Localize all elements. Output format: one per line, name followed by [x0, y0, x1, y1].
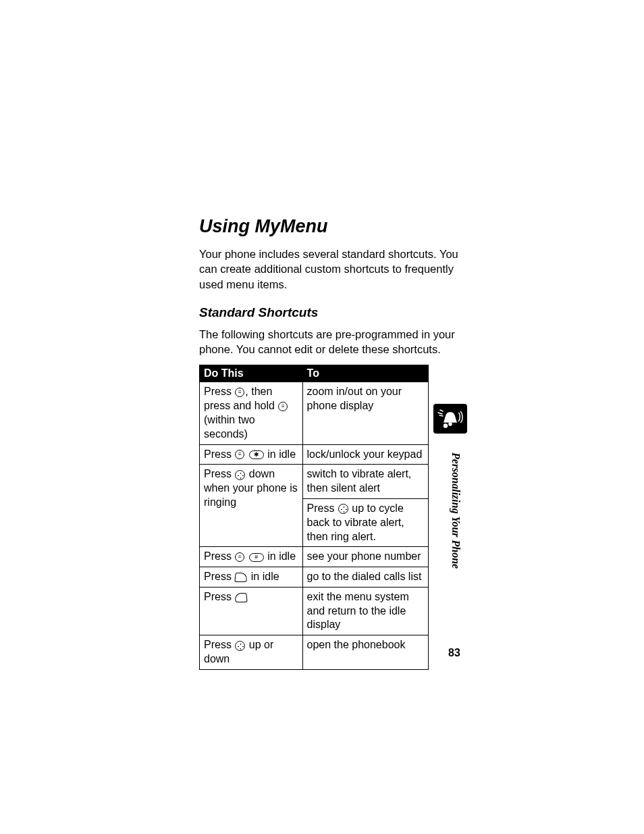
to-cell: lock/unlock your keypad: [302, 444, 428, 465]
do-cell: Press ≡ # in idle: [200, 547, 303, 567]
to-cell: Press up to cycle back to vibrate alert,…: [302, 498, 428, 546]
to-cell: zoom in/out on your phone display: [302, 382, 428, 444]
table-row: Press exit the menu system and return to…: [200, 587, 429, 635]
to-cell: switch to vibrate alert, then silent ale…: [302, 465, 428, 499]
do-cell: Press in idle: [200, 567, 303, 588]
hash-key-icon: #: [249, 553, 264, 562]
subsection-heading: Standard Shortcuts: [199, 305, 468, 320]
star-key-icon: ✱: [249, 450, 264, 459]
subsection-intro: The following shortcuts are pre-programm…: [199, 327, 468, 357]
table-header-to: To: [302, 365, 428, 382]
to-cell: see your phone number: [302, 547, 428, 567]
do-cell: Press: [200, 587, 303, 635]
do-cell: Press down when your phone is ringing: [200, 465, 303, 547]
do-cell: Press up or down: [200, 635, 303, 670]
table-row: Press ≡ ✱ in idlelock/unlock your keypad: [200, 444, 429, 465]
nav-key-icon: [235, 470, 245, 480]
section-heading: Using MyMenu: [199, 216, 468, 237]
vibrate-alert-icon: [433, 404, 467, 434]
end-key-icon: [235, 593, 248, 602]
table-row: Press ≡ # in idlesee your phone number: [200, 547, 429, 567]
to-cell: exit the menu system and return to the i…: [302, 587, 428, 635]
svg-point-0: [449, 423, 452, 425]
menu-key-icon: ≡: [278, 402, 288, 411]
menu-key-icon: ≡: [235, 552, 244, 562]
side-section-label: Personalizing Your Phone: [448, 452, 462, 628]
do-cell: Press ≡, then press and hold ≡ (within t…: [200, 382, 303, 444]
page-number: 83: [448, 647, 460, 659]
send-key-icon: [235, 573, 248, 582]
shortcuts-table: Do This To Press ≡, then press and hold …: [199, 365, 429, 670]
menu-key-icon: ≡: [235, 388, 244, 397]
nav-key-icon: [235, 641, 245, 651]
to-cell: open the phonebook: [302, 635, 428, 670]
to-cell: go to the dialed calls list: [302, 567, 428, 588]
intro-paragraph: Your phone includes several standard sho…: [199, 246, 468, 292]
table-row: Press in idlego to the dialed calls list: [200, 567, 429, 588]
do-cell: Press ≡ ✱ in idle: [200, 444, 303, 465]
table-row: Press ≡, then press and hold ≡ (within t…: [200, 382, 429, 444]
table-header-do: Do This: [200, 365, 303, 382]
table-row: Press down when your phone is ringingswi…: [200, 465, 429, 499]
table-row: Press up or downopen the phonebook: [200, 635, 429, 670]
nav-key-icon: [338, 504, 348, 514]
svg-point-1: [444, 424, 448, 427]
menu-key-icon: ≡: [235, 450, 244, 459]
